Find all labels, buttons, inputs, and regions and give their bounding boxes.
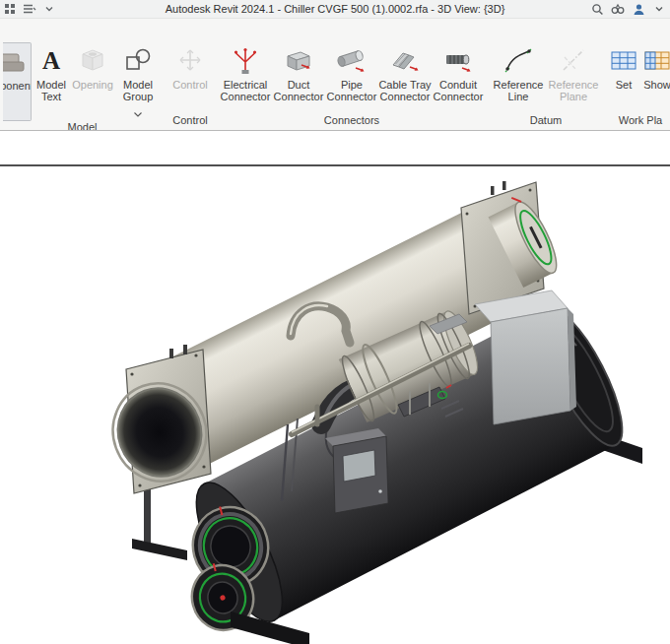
panel-label-model[interactable]: Model — [0, 121, 165, 131]
electrical-connector-icon — [230, 44, 261, 76]
component-icon — [3, 45, 27, 77]
control-panel[interactable] — [325, 428, 388, 513]
ribbon-button-model-group[interactable]: Model Group — [114, 42, 162, 121]
binoculars-icon[interactable] — [611, 2, 625, 16]
ribbon-button-opening[interactable]: Opening — [71, 42, 114, 121]
control-icon — [174, 44, 206, 76]
svg-text:A: A — [42, 47, 60, 74]
reference-plane-icon — [558, 44, 589, 76]
drawing-area[interactable] — [0, 166, 670, 644]
titlebar: Autodesk Revit 2024.1 - Chiller CVGF 500… — [0, 0, 670, 19]
ribbon-button-reference-plane[interactable]: Reference Plane — [546, 42, 601, 102]
panel-label-work-plane[interactable]: Work Pla — [604, 114, 670, 130]
set-work-plane-icon — [608, 44, 639, 76]
ribbon-button-control[interactable]: Control — [168, 42, 213, 91]
cable-tray-connector-icon — [389, 44, 421, 76]
conduit-connector-icon — [442, 44, 474, 76]
ribbon-panel-model: ponent A Model Text Opening — [0, 19, 165, 130]
window-title: Autodesk Revit 2024.1 - Chiller CVGF 500… — [0, 3, 670, 15]
titlebar-right-icons — [590, 2, 666, 16]
ribbon-button-show[interactable]: Show — [640, 42, 670, 91]
app-grid-icon[interactable] — [3, 2, 17, 16]
ribbon-button-electrical-connector[interactable]: Electrical Connector — [219, 42, 272, 102]
user-icon[interactable] — [632, 2, 645, 16]
model-text-icon: A — [35, 44, 67, 76]
model-group-icon — [122, 44, 154, 76]
reference-line-icon — [502, 44, 534, 76]
panel-label-control[interactable]: Control — [165, 114, 216, 130]
ribbon-button-component[interactable]: ponent — [3, 42, 32, 121]
chiller-3d-model[interactable] — [0, 166, 670, 644]
ribbon-button-model-text[interactable]: A Model Text — [32, 42, 71, 121]
ribbon-panel-work-plane: Set Show Work Pla — [604, 19, 670, 130]
opening-icon — [77, 44, 108, 76]
ribbon-panel-connectors: Electrical Connector Duct Connector Pi — [216, 19, 488, 130]
ribbon-button-duct-connector[interactable]: Duct Connector — [272, 42, 325, 102]
support-leg-left[interactable] — [132, 482, 187, 560]
chevron-down-icon[interactable] — [42, 2, 56, 16]
panel-label-datum[interactable]: Datum — [488, 114, 604, 130]
show-work-plane-icon — [641, 44, 670, 76]
chevron-down-icon[interactable] — [652, 2, 666, 16]
ribbon-panel-datum: Reference Line Reference Plane Datum — [488, 19, 604, 130]
ribbon-button-set[interactable]: Set — [607, 42, 640, 91]
options-bar — [0, 131, 670, 164]
ribbon-button-pipe-connector[interactable]: Pipe Connector — [325, 42, 378, 102]
ribbon-panel-control: Control Control — [165, 19, 216, 130]
ribbon: ponent A Model Text Opening — [0, 19, 670, 131]
control-panel-screen — [343, 450, 375, 482]
menu-icon[interactable] — [23, 2, 36, 16]
duct-connector-icon — [283, 44, 314, 76]
model-group-dropdown-icon — [134, 103, 142, 121]
ribbon-button-reference-line[interactable]: Reference Line — [491, 42, 546, 102]
quick-access-toolbar — [3, 2, 56, 16]
panel-label-connectors[interactable]: Connectors — [216, 114, 488, 130]
ribbon-button-cable-tray-connector[interactable]: Cable Tray Connector — [378, 42, 432, 102]
ribbon-button-conduit-connector[interactable]: Conduit Connector — [432, 42, 485, 102]
search-icon[interactable] — [590, 2, 604, 16]
pipe-connector-icon — [336, 44, 368, 76]
